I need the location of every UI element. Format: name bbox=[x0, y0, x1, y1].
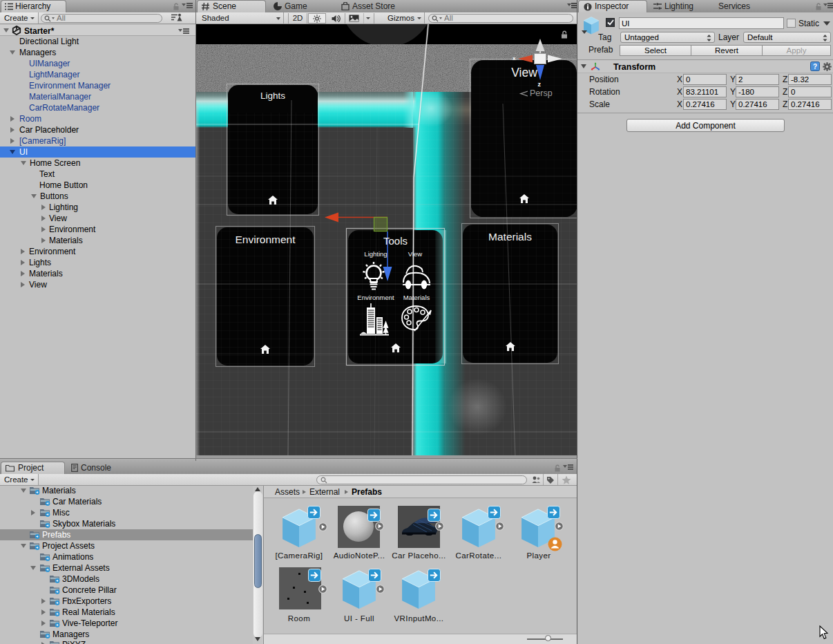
svg-text:?: ? bbox=[813, 63, 817, 70]
